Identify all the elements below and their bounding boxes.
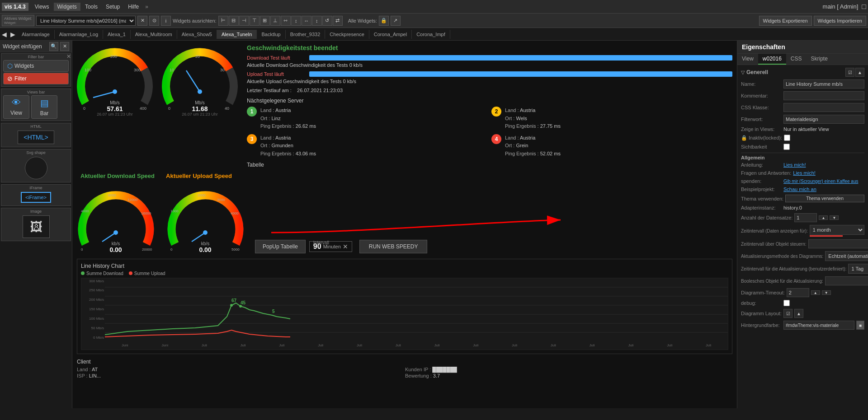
anleitung-link[interactable]: Lies mich! <box>783 162 806 168</box>
same-height[interactable]: ↕ <box>312 16 322 26</box>
thema-btn[interactable]: Thema verwenden <box>785 195 864 202</box>
widget-info-btn[interactable]: i <box>161 16 171 26</box>
tab-alexa-show5[interactable]: Alexa_Show5 <box>177 30 217 39</box>
iframe-btn[interactable]: <iFrame> <box>21 192 51 203</box>
tab-corona-impf[interactable]: Corona_Impf <box>412 30 450 39</box>
tab-alexa-multiroom[interactable]: Alexa_Multiroom <box>131 30 177 39</box>
tab-skripte[interactable]: Skripte <box>807 54 832 65</box>
name-input[interactable] <box>783 79 864 89</box>
sidebar-search-btn[interactable]: 🔍 <box>49 42 58 51</box>
align-center-v[interactable]: ⊞ <box>260 16 270 26</box>
diagramm-layout-expand[interactable]: ▲ <box>794 309 803 318</box>
anzahl-up-btn[interactable]: ▲ <box>819 215 828 220</box>
zeitintervall-def-row: Zeitintervall für die Aktualisierung (be… <box>741 264 864 274</box>
hintergrund-input[interactable] <box>783 321 854 330</box>
export-link-btn[interactable]: ↗ <box>391 16 401 26</box>
sichtbarkeit-checkbox[interactable] <box>783 144 790 150</box>
hintergrund-color-btn[interactable]: ■ <box>856 321 864 330</box>
zeitintervall-highlight <box>810 235 843 237</box>
tab-corona-ampel[interactable]: Corona_Ampel <box>369 30 412 39</box>
widget-select[interactable]: Line History Summe mb/s[w02016] (mate <box>36 16 136 26</box>
svg-text:Mb/s: Mb/s <box>110 100 120 105</box>
debug-checkbox[interactable] <box>783 300 790 306</box>
same-width[interactable]: ↔ <box>302 16 311 26</box>
anzahl-input[interactable] <box>794 213 817 222</box>
align-right[interactable]: ⊣ <box>239 16 249 26</box>
menu-hilfe[interactable]: Hilfe <box>124 3 142 11</box>
run-web-speedy-btn[interactable]: RUN WEB SPEEDY <box>359 240 428 253</box>
last-run-row: Letzter Testlauf am : 26.07.2021 21:23:0… <box>247 88 732 93</box>
views-bar-view-btn[interactable]: 👁 View <box>3 95 29 119</box>
dist-h[interactable]: ⇿ <box>281 16 291 26</box>
css-klasse-row: CSS Klasse: <box>741 103 864 112</box>
menu-tools[interactable]: Tools <box>81 3 101 11</box>
nav-arrow-right[interactable]: ▶ <box>9 31 17 38</box>
svg-point-35 <box>203 230 208 235</box>
zeitintervall-select[interactable]: 1 month 1 hour 6 hours 1 day 1 week 3 mo… <box>810 225 864 235</box>
dist-v[interactable]: ↕ <box>291 16 301 26</box>
tab-brother[interactable]: Brother_9332 <box>286 30 326 39</box>
tab-checkpresence[interactable]: Checkpresence <box>325 30 369 39</box>
menu-widgets[interactable]: Widgets <box>54 3 80 11</box>
sidebar-close-btn[interactable]: ✕ <box>60 42 69 51</box>
image-btn[interactable]: 🖼 <box>23 215 50 238</box>
widget-copy-btn[interactable]: ⊙ <box>149 16 159 26</box>
beispiel-link[interactable]: Schau mich an <box>783 187 816 192</box>
flip-h[interactable]: ⇄ <box>333 16 343 26</box>
widgets-export-btn[interactable]: Widgets Exportieren <box>759 16 812 26</box>
anzahl-down-btn[interactable]: ▼ <box>830 215 839 220</box>
widgets-import-btn[interactable]: Widgets Importieren <box>814 16 866 26</box>
intervall-close-btn[interactable]: ✕ <box>343 243 348 250</box>
zeitintervall-obj-input[interactable] <box>808 239 868 248</box>
window-controls[interactable]: □ <box>862 3 866 11</box>
menu-views[interactable]: Views <box>31 3 53 11</box>
filter-bar-filter-btn[interactable]: ⊘ Filter <box>3 73 69 84</box>
css-klasse-input[interactable] <box>783 103 864 112</box>
timeout-up[interactable]: ▲ <box>811 290 820 295</box>
rotate[interactable]: ↺ <box>322 16 332 26</box>
tab-css[interactable]: CSS <box>786 54 807 65</box>
diagramm-timeout-input[interactable] <box>787 288 809 297</box>
tabelle-title: Tabelle <box>247 162 732 168</box>
widget-einfuegen-label: Widget einfügen <box>3 43 42 50</box>
svg-text:67: 67 <box>231 298 237 303</box>
zeitintervall-def-select[interactable]: 1 Tag 1 Sekunde 1 Stunde <box>848 264 868 274</box>
aktualisierung-select[interactable]: Echtzeit (automatisch) manuell <box>825 251 868 261</box>
tab-alarmanlage[interactable]: Alarmanlage <box>17 30 55 39</box>
tab-view[interactable]: View <box>737 54 758 65</box>
server-4-num: 4 <box>491 134 501 144</box>
generell-collapse-btn[interactable]: ▲ <box>855 68 864 77</box>
align-top[interactable]: ⊤ <box>250 16 259 26</box>
tab-alarmanlage-log[interactable]: Alarmanlage_Log <box>55 30 103 39</box>
align-left[interactable]: ⊢ <box>218 16 228 26</box>
timeout-down[interactable]: ▼ <box>822 290 831 295</box>
tab-backtlup[interactable]: Backtlup <box>257 30 285 39</box>
sidebar-x[interactable]: ✕ <box>66 53 71 60</box>
lock-btn[interactable]: 🔒 <box>379 16 389 26</box>
align-bottom[interactable]: ⊥ <box>270 16 280 26</box>
svg-circle-btn[interactable] <box>25 157 47 179</box>
filterwort-input[interactable] <box>783 115 864 124</box>
kommentar-input[interactable] <box>783 91 864 100</box>
views-bar-view-label: View <box>10 110 22 116</box>
diagramm-timeout-label: Diagramm-Timeout: <box>741 290 785 295</box>
filter-bar-widgets-btn[interactable]: ⬡ Widgets <box>3 60 69 72</box>
html-btn[interactable]: <HTML> <box>18 131 54 144</box>
server-1-ping: 26.62 ms <box>296 123 316 129</box>
generell-expand-btn[interactable]: ☑ <box>845 68 854 77</box>
spenden-link[interactable]: Gib mir (Scrounger) einen Kaffee aus <box>783 179 858 184</box>
tab-alexa1[interactable]: Alexa_1 <box>103 30 131 39</box>
nav-arrow-left[interactable]: ◀ <box>0 31 9 38</box>
popup-tabelle-btn[interactable]: PopUp Tabelle <box>255 240 306 253</box>
diagramm-layout-check[interactable]: ☑ <box>783 309 793 318</box>
widget-delete-btn[interactable]: ✕ <box>137 16 147 26</box>
align-center-h[interactable]: ⊟ <box>229 16 239 26</box>
tab-w02016[interactable]: w02016 <box>758 54 786 65</box>
tab-alexa-tunein[interactable]: Alexa_TuneIn <box>217 30 257 39</box>
inaktiv-checkbox[interactable] <box>784 135 790 141</box>
views-bar-bar-btn[interactable]: ▤ Bar <box>31 95 57 119</box>
upload-mbs-gauge: 0 10 20 30 40 Mb/s 11.68 <box>159 44 241 112</box>
menu-setup[interactable]: Setup <box>102 3 123 11</box>
fragen-link[interactable]: Lies mich! <box>793 170 816 176</box>
boolesches-input[interactable] <box>825 276 868 285</box>
